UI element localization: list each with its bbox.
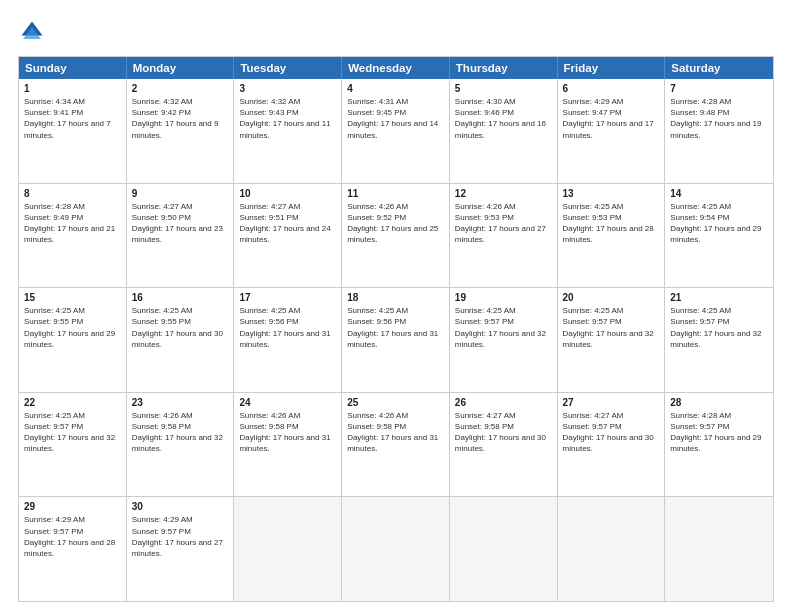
logo-icon: [18, 18, 46, 46]
calendar-week-1: 1Sunrise: 4:34 AM Sunset: 9:41 PM Daylig…: [19, 79, 773, 184]
cell-info: Sunrise: 4:27 AM Sunset: 9:57 PM Dayligh…: [563, 410, 660, 455]
day-number: 3: [239, 83, 336, 94]
cell-info: Sunrise: 4:25 AM Sunset: 9:57 PM Dayligh…: [455, 305, 552, 350]
page: SundayMondayTuesdayWednesdayThursdayFrid…: [0, 0, 792, 612]
calendar-cell: 12Sunrise: 4:26 AM Sunset: 9:53 PM Dayli…: [450, 184, 558, 288]
day-number: 8: [24, 188, 121, 199]
cell-info: Sunrise: 4:25 AM Sunset: 9:57 PM Dayligh…: [670, 305, 768, 350]
calendar-cell: [665, 497, 773, 601]
calendar-cell: 24Sunrise: 4:26 AM Sunset: 9:58 PM Dayli…: [234, 393, 342, 497]
calendar-cell: 2Sunrise: 4:32 AM Sunset: 9:42 PM Daylig…: [127, 79, 235, 183]
header: [18, 18, 774, 46]
day-of-week-wednesday: Wednesday: [342, 57, 450, 79]
calendar-cell: 29Sunrise: 4:29 AM Sunset: 9:57 PM Dayli…: [19, 497, 127, 601]
cell-info: Sunrise: 4:30 AM Sunset: 9:46 PM Dayligh…: [455, 96, 552, 141]
calendar-week-4: 22Sunrise: 4:25 AM Sunset: 9:57 PM Dayli…: [19, 393, 773, 498]
calendar-cell: 9Sunrise: 4:27 AM Sunset: 9:50 PM Daylig…: [127, 184, 235, 288]
calendar-cell: 3Sunrise: 4:32 AM Sunset: 9:43 PM Daylig…: [234, 79, 342, 183]
calendar-cell: 14Sunrise: 4:25 AM Sunset: 9:54 PM Dayli…: [665, 184, 773, 288]
day-number: 30: [132, 501, 229, 512]
day-number: 6: [563, 83, 660, 94]
day-of-week-tuesday: Tuesday: [234, 57, 342, 79]
cell-info: Sunrise: 4:31 AM Sunset: 9:45 PM Dayligh…: [347, 96, 444, 141]
calendar-cell: 19Sunrise: 4:25 AM Sunset: 9:57 PM Dayli…: [450, 288, 558, 392]
day-of-week-monday: Monday: [127, 57, 235, 79]
day-number: 18: [347, 292, 444, 303]
cell-info: Sunrise: 4:25 AM Sunset: 9:55 PM Dayligh…: [24, 305, 121, 350]
day-number: 22: [24, 397, 121, 408]
cell-info: Sunrise: 4:28 AM Sunset: 9:57 PM Dayligh…: [670, 410, 768, 455]
cell-info: Sunrise: 4:25 AM Sunset: 9:57 PM Dayligh…: [24, 410, 121, 455]
day-number: 14: [670, 188, 768, 199]
day-number: 5: [455, 83, 552, 94]
calendar-header: SundayMondayTuesdayWednesdayThursdayFrid…: [19, 57, 773, 79]
cell-info: Sunrise: 4:29 AM Sunset: 9:47 PM Dayligh…: [563, 96, 660, 141]
calendar: SundayMondayTuesdayWednesdayThursdayFrid…: [18, 56, 774, 602]
cell-info: Sunrise: 4:28 AM Sunset: 9:49 PM Dayligh…: [24, 201, 121, 246]
cell-info: Sunrise: 4:25 AM Sunset: 9:56 PM Dayligh…: [347, 305, 444, 350]
calendar-cell: 10Sunrise: 4:27 AM Sunset: 9:51 PM Dayli…: [234, 184, 342, 288]
calendar-week-5: 29Sunrise: 4:29 AM Sunset: 9:57 PM Dayli…: [19, 497, 773, 601]
cell-info: Sunrise: 4:29 AM Sunset: 9:57 PM Dayligh…: [24, 514, 121, 559]
cell-info: Sunrise: 4:27 AM Sunset: 9:58 PM Dayligh…: [455, 410, 552, 455]
cell-info: Sunrise: 4:32 AM Sunset: 9:42 PM Dayligh…: [132, 96, 229, 141]
calendar-week-2: 8Sunrise: 4:28 AM Sunset: 9:49 PM Daylig…: [19, 184, 773, 289]
day-number: 19: [455, 292, 552, 303]
day-number: 23: [132, 397, 229, 408]
day-number: 7: [670, 83, 768, 94]
day-number: 25: [347, 397, 444, 408]
calendar-cell: 15Sunrise: 4:25 AM Sunset: 9:55 PM Dayli…: [19, 288, 127, 392]
day-number: 21: [670, 292, 768, 303]
day-of-week-friday: Friday: [558, 57, 666, 79]
day-number: 16: [132, 292, 229, 303]
calendar-cell: 7Sunrise: 4:28 AM Sunset: 9:48 PM Daylig…: [665, 79, 773, 183]
cell-info: Sunrise: 4:25 AM Sunset: 9:57 PM Dayligh…: [563, 305, 660, 350]
cell-info: Sunrise: 4:29 AM Sunset: 9:57 PM Dayligh…: [132, 514, 229, 559]
cell-info: Sunrise: 4:25 AM Sunset: 9:55 PM Dayligh…: [132, 305, 229, 350]
day-number: 1: [24, 83, 121, 94]
cell-info: Sunrise: 4:25 AM Sunset: 9:56 PM Dayligh…: [239, 305, 336, 350]
calendar-cell: 16Sunrise: 4:25 AM Sunset: 9:55 PM Dayli…: [127, 288, 235, 392]
day-number: 4: [347, 83, 444, 94]
calendar-cell: 6Sunrise: 4:29 AM Sunset: 9:47 PM Daylig…: [558, 79, 666, 183]
cell-info: Sunrise: 4:26 AM Sunset: 9:58 PM Dayligh…: [239, 410, 336, 455]
calendar-cell: 30Sunrise: 4:29 AM Sunset: 9:57 PM Dayli…: [127, 497, 235, 601]
day-number: 20: [563, 292, 660, 303]
logo: [18, 18, 50, 46]
calendar-cell: 28Sunrise: 4:28 AM Sunset: 9:57 PM Dayli…: [665, 393, 773, 497]
calendar-cell: 5Sunrise: 4:30 AM Sunset: 9:46 PM Daylig…: [450, 79, 558, 183]
cell-info: Sunrise: 4:28 AM Sunset: 9:48 PM Dayligh…: [670, 96, 768, 141]
calendar-cell: 18Sunrise: 4:25 AM Sunset: 9:56 PM Dayli…: [342, 288, 450, 392]
calendar-cell: 20Sunrise: 4:25 AM Sunset: 9:57 PM Dayli…: [558, 288, 666, 392]
day-number: 12: [455, 188, 552, 199]
day-number: 29: [24, 501, 121, 512]
calendar-cell: [450, 497, 558, 601]
day-of-week-thursday: Thursday: [450, 57, 558, 79]
calendar-cell: 27Sunrise: 4:27 AM Sunset: 9:57 PM Dayli…: [558, 393, 666, 497]
calendar-week-3: 15Sunrise: 4:25 AM Sunset: 9:55 PM Dayli…: [19, 288, 773, 393]
cell-info: Sunrise: 4:27 AM Sunset: 9:51 PM Dayligh…: [239, 201, 336, 246]
day-number: 10: [239, 188, 336, 199]
calendar-cell: 11Sunrise: 4:26 AM Sunset: 9:52 PM Dayli…: [342, 184, 450, 288]
day-number: 2: [132, 83, 229, 94]
calendar-cell: [342, 497, 450, 601]
calendar-cell: 4Sunrise: 4:31 AM Sunset: 9:45 PM Daylig…: [342, 79, 450, 183]
day-number: 17: [239, 292, 336, 303]
calendar-cell: 22Sunrise: 4:25 AM Sunset: 9:57 PM Dayli…: [19, 393, 127, 497]
cell-info: Sunrise: 4:25 AM Sunset: 9:53 PM Dayligh…: [563, 201, 660, 246]
day-number: 24: [239, 397, 336, 408]
calendar-cell: 8Sunrise: 4:28 AM Sunset: 9:49 PM Daylig…: [19, 184, 127, 288]
calendar-cell: 25Sunrise: 4:26 AM Sunset: 9:58 PM Dayli…: [342, 393, 450, 497]
day-number: 13: [563, 188, 660, 199]
day-number: 9: [132, 188, 229, 199]
calendar-body: 1Sunrise: 4:34 AM Sunset: 9:41 PM Daylig…: [19, 79, 773, 601]
calendar-cell: 26Sunrise: 4:27 AM Sunset: 9:58 PM Dayli…: [450, 393, 558, 497]
day-number: 26: [455, 397, 552, 408]
day-number: 15: [24, 292, 121, 303]
day-of-week-saturday: Saturday: [665, 57, 773, 79]
calendar-cell: [558, 497, 666, 601]
cell-info: Sunrise: 4:26 AM Sunset: 9:52 PM Dayligh…: [347, 201, 444, 246]
cell-info: Sunrise: 4:27 AM Sunset: 9:50 PM Dayligh…: [132, 201, 229, 246]
cell-info: Sunrise: 4:32 AM Sunset: 9:43 PM Dayligh…: [239, 96, 336, 141]
day-of-week-sunday: Sunday: [19, 57, 127, 79]
